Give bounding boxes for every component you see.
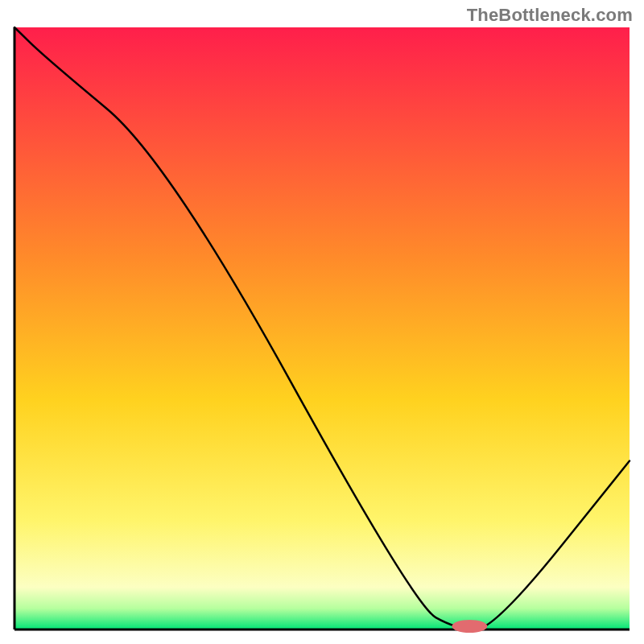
plot-background [14,27,630,630]
bottleneck-chart [0,0,644,644]
optimal-point-marker [452,620,487,633]
chart-container: TheBottleneck.com [0,0,644,644]
watermark-text: TheBottleneck.com [467,5,633,26]
